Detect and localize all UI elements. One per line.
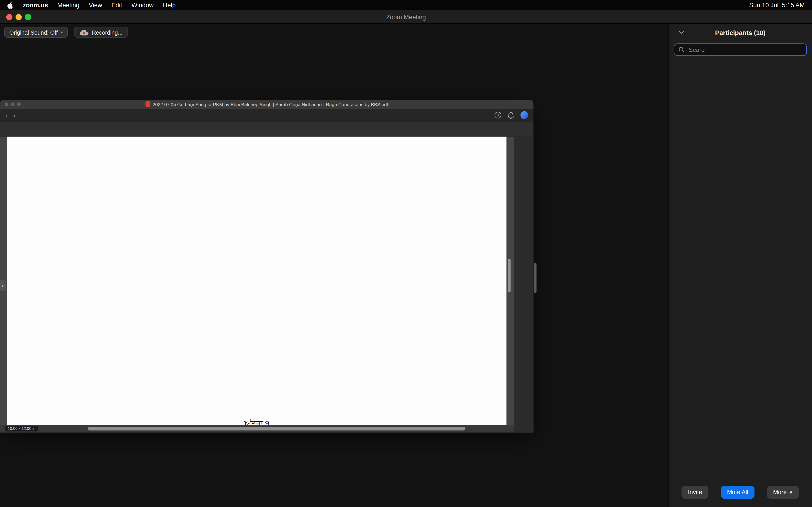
original-sound-toggle[interactable]: Original Sound: Off ▾ xyxy=(4,27,68,38)
page-footer-label: ਅੰਤਰਾ ੧ xyxy=(7,419,506,425)
pdf-tool-rail xyxy=(514,136,533,432)
menu-zoomus[interactable]: zoom.us xyxy=(23,2,48,9)
participants-footer: Invite Mute All More ∨ xyxy=(669,477,812,507)
help-icon[interactable]: ? xyxy=(495,112,501,119)
pdf-tabbar: ‹ › ? xyxy=(0,109,533,121)
macos-menubar: zoom.usMeetingViewEditWindowHelp Sun 10 … xyxy=(0,0,812,10)
pdf-file-icon xyxy=(145,101,150,107)
mute-all-button[interactable]: Mute All xyxy=(721,486,754,498)
strip-scrollbar[interactable] xyxy=(534,263,537,293)
zoom-window: Zoom Meeting Original Sound: Off ▾ Recor… xyxy=(0,10,812,507)
recording-label: Recording... xyxy=(92,29,122,35)
menubar-clock[interactable]: Sun 10 Jul 5:15 AM xyxy=(749,2,805,9)
panel-chevron-down-icon[interactable] xyxy=(679,31,685,34)
pdf-minimize-button[interactable] xyxy=(11,103,14,106)
participants-title: Participants (10) xyxy=(715,30,765,37)
zoom-titlebar: Zoom Meeting xyxy=(0,10,812,24)
menu-view[interactable]: View xyxy=(89,2,102,9)
pdf-titlebar: 2022 07 05 Gurbāṇī Saṅgīta-PKM by Bhai B… xyxy=(0,100,533,109)
original-sound-label: Original Sound: Off xyxy=(9,29,58,35)
pdf-toolbar xyxy=(0,121,533,136)
search-icon xyxy=(678,47,684,53)
vertical-scrollbar[interactable] xyxy=(508,259,510,292)
pdf-body: ਅੰਤਰਾ ੧ 10.00 x 12.00 in ▸ xyxy=(0,136,533,432)
menu-edit[interactable]: Edit xyxy=(111,2,122,9)
window-title: Zoom Meeting xyxy=(0,13,812,20)
more-button[interactable]: More ∨ xyxy=(767,486,799,498)
meeting-topbar: Original Sound: Off ▾ Recording... xyxy=(4,27,128,38)
pdf-zoom-button[interactable] xyxy=(17,103,20,106)
tab-history-nav: ‹ › xyxy=(0,109,21,121)
video-strip xyxy=(565,51,639,485)
page-size-label: 10.00 x 12.00 in xyxy=(5,426,38,432)
search-input[interactable] xyxy=(688,46,802,53)
participants-header: Participants (10) xyxy=(669,24,812,42)
pdf-close-button[interactable] xyxy=(5,103,8,106)
recording-indicator[interactable]: Recording... xyxy=(74,27,128,38)
invite-button[interactable]: Invite xyxy=(682,486,708,498)
apple-menu-icon[interactable] xyxy=(7,2,13,9)
chevron-down-icon: ∨ xyxy=(789,489,793,495)
pdf-window: 2022 07 05 Gurbāṇī Saṅgīta-PKM by Bhai B… xyxy=(0,100,533,433)
cloud-recording-icon xyxy=(80,29,89,36)
notifications-bell-icon[interactable] xyxy=(507,112,514,119)
horizontal-scrollbar[interactable] xyxy=(88,427,465,431)
menubar-status: Sun 10 Jul 5:15 AM xyxy=(747,2,805,9)
account-avatar[interactable] xyxy=(520,111,528,119)
menu-window[interactable]: Window xyxy=(132,2,154,9)
menu-meeting[interactable]: Meeting xyxy=(57,2,80,9)
screen: zoom.usMeetingViewEditWindowHelp Sun 10 … xyxy=(0,0,812,507)
forward-icon[interactable]: › xyxy=(13,111,16,119)
menubar-menus: zoom.usMeetingViewEditWindowHelp xyxy=(7,2,175,9)
more-label: More xyxy=(773,489,786,495)
sidebar-expander[interactable]: ▸ xyxy=(0,280,6,291)
back-icon[interactable]: ‹ xyxy=(5,111,8,119)
participants-search[interactable] xyxy=(674,44,807,56)
menu-help[interactable]: Help xyxy=(163,2,175,9)
pdf-tabbar-right: ? xyxy=(495,109,533,121)
chevron-down-icon: ▾ xyxy=(61,30,63,35)
participants-panel: Participants (10) Invite Mute All More ∨ xyxy=(668,24,812,507)
pdf-document-title: 2022 07 05 Gurbāṇī Saṅgīta-PKM by Bhai B… xyxy=(153,102,388,107)
pdf-page: ਅੰਤਰਾ ੧ xyxy=(7,136,506,425)
